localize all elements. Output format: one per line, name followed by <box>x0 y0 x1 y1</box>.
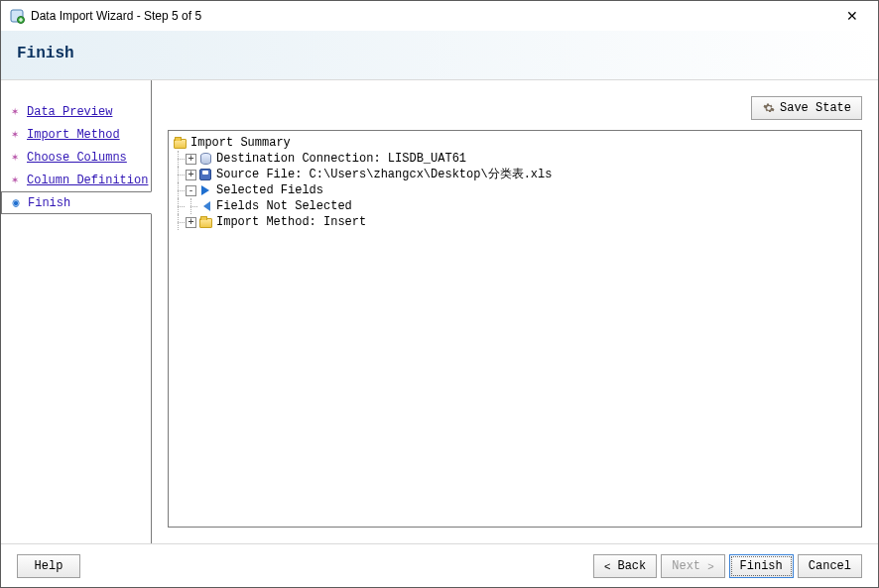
tree-import-method[interactable]: + Import Method: Insert <box>173 214 857 230</box>
tree-not-selected-label: Fields Not Selected <box>215 198 352 214</box>
step-data-preview[interactable]: ✶ Data Preview <box>1 100 151 123</box>
wizard-header: Finish <box>1 31 878 80</box>
tree-connector <box>173 151 186 167</box>
step-bullet-icon: ✶ <box>7 173 23 187</box>
tree-destination-label: Destination Connection: LISDB_UAT61 <box>215 151 466 167</box>
tree-source-file[interactable]: + Source File: C:\Users\zhangcx\Desktop\… <box>173 167 857 182</box>
arrow-right-icon <box>198 183 212 197</box>
next-label: Next <box>672 559 700 573</box>
help-button[interactable]: Help <box>17 554 80 578</box>
step-choose-columns[interactable]: ✶ Choose Columns <box>1 146 151 169</box>
expand-toggle[interactable]: + <box>186 217 196 228</box>
bottom-bar: Help < Back Next > Finish Cancel <box>1 543 878 587</box>
tree-connector <box>173 167 186 182</box>
gear-icon <box>762 101 776 115</box>
chevron-right-icon: > <box>704 560 713 572</box>
main-toolbar: Save State <box>168 96 862 120</box>
step-column-definition[interactable]: ✶ Column Definition <box>1 169 151 191</box>
tree-connector <box>173 214 186 230</box>
summary-tree[interactable]: Import Summary + Destination Connection:… <box>168 130 862 528</box>
app-icon <box>9 8 25 24</box>
step-navigation: ✶ Data Preview ✶ Import Method ✶ Choose … <box>1 80 152 543</box>
tree-import-method-label: Import Method: Insert <box>215 214 366 230</box>
tree-selected-fields[interactable]: - Selected Fields <box>173 182 857 198</box>
save-state-button[interactable]: Save State <box>751 96 862 120</box>
chevron-left-icon: < <box>604 560 613 572</box>
cancel-button[interactable]: Cancel <box>798 554 862 578</box>
window-title: Data Import Wizard - Step 5 of 5 <box>31 9 832 23</box>
expand-toggle[interactable]: - <box>186 185 196 196</box>
folder-icon <box>173 136 187 150</box>
tree-destination[interactable]: + Destination Connection: LISDB_UAT61 <box>173 151 857 167</box>
step-bullet-icon: ✶ <box>7 150 23 165</box>
page-title: Finish <box>17 45 862 62</box>
cancel-label: Cancel <box>809 559 851 573</box>
step-bullet-icon: ✶ <box>7 104 23 119</box>
finish-button[interactable]: Finish <box>729 554 794 578</box>
arrow-left-icon <box>198 199 212 213</box>
tree-connector <box>186 198 198 214</box>
tree-selected-fields-label: Selected Fields <box>215 182 323 198</box>
help-label: Help <box>35 559 63 573</box>
save-state-label: Save State <box>780 101 851 115</box>
database-icon <box>198 152 212 166</box>
step-active-icon: ◉ <box>8 195 24 210</box>
step-label: Column Definition <box>27 174 148 187</box>
step-import-method[interactable]: ✶ Import Method <box>1 123 151 146</box>
titlebar: Data Import Wizard - Step 5 of 5 ✕ <box>1 1 878 31</box>
back-label: Back <box>617 559 646 573</box>
step-label: Import Method <box>27 128 120 142</box>
next-button: Next > <box>661 554 724 578</box>
finish-label: Finish <box>740 559 783 573</box>
tree-fields-not-selected[interactable]: Fields Not Selected <box>173 198 857 214</box>
tree-root[interactable]: Import Summary <box>173 135 857 151</box>
expand-toggle[interactable]: + <box>186 170 196 180</box>
step-label: Finish <box>28 196 70 210</box>
tree-connector <box>173 182 186 198</box>
tree-source-label: Source File: C:\Users\zhangcx\Desktop\分类… <box>215 167 552 182</box>
expand-toggle[interactable]: + <box>186 154 196 165</box>
step-label: Data Preview <box>27 105 112 119</box>
middle-area: ✶ Data Preview ✶ Import Method ✶ Choose … <box>1 80 878 543</box>
step-label: Choose Columns <box>27 151 127 165</box>
step-bullet-icon: ✶ <box>7 127 23 142</box>
folder-icon <box>198 215 212 229</box>
tree-root-label: Import Summary <box>189 135 291 151</box>
tree-connector <box>173 198 186 214</box>
close-button[interactable]: ✕ <box>832 2 872 30</box>
main-panel: Save State Import Summary + Destination … <box>152 80 878 543</box>
step-finish[interactable]: ◉ Finish <box>1 191 152 214</box>
back-button[interactable]: < Back <box>593 554 657 578</box>
disk-icon <box>198 168 212 181</box>
